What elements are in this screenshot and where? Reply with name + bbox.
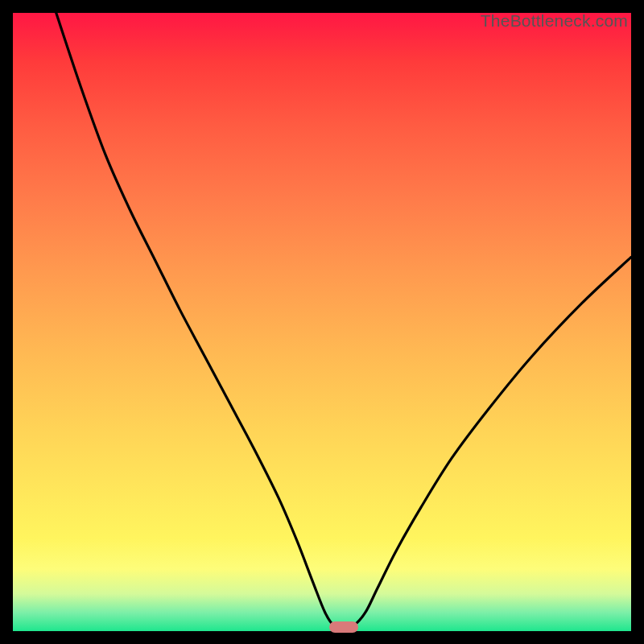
curve-svg (13, 13, 631, 631)
optimal-marker (329, 621, 358, 633)
plot-area: TheBottleneck.com (13, 13, 631, 631)
chart-frame: TheBottleneck.com (0, 0, 644, 644)
bottleneck-curve (56, 13, 631, 628)
